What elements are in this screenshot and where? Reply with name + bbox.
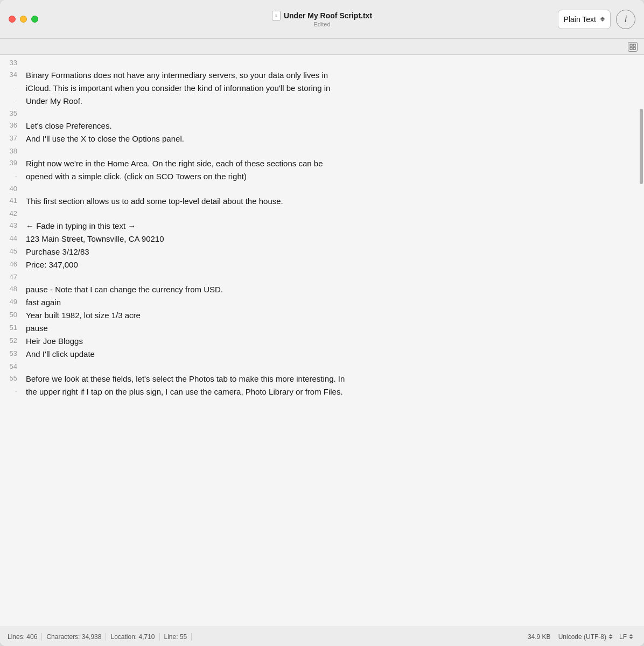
table-row: 38 — [0, 145, 639, 157]
line-number: 53 — [0, 348, 26, 361]
lines-container: 3334Binary Formations does not have any … — [0, 55, 639, 401]
table-row: 55Before we look at these fields, let's … — [0, 373, 639, 385]
table-row: -opened with a simple click. (click on S… — [0, 170, 639, 183]
le-chevron-up-icon — [629, 634, 633, 636]
toolbar-strip — [0, 39, 644, 55]
line-content: Before we look at these fields, let's se… — [26, 373, 639, 385]
line-number: 35 — [0, 108, 26, 120]
format-label: Plain Text — [564, 15, 596, 24]
line-number: 54 — [0, 361, 26, 373]
status-bar: Lines: 406 Characters: 34,938 Location: … — [0, 627, 644, 646]
line-ending-label: LF — [619, 633, 627, 641]
table-row: 40 — [0, 183, 639, 195]
table-row: 52Heir Joe Bloggs — [0, 335, 639, 348]
expand-svg — [629, 44, 636, 50]
line-number: 37 — [0, 132, 26, 145]
table-row: 36Let's close Preferences. — [0, 120, 639, 132]
line-content — [26, 361, 639, 373]
line-content: Let's close Preferences. — [26, 120, 639, 132]
table-row: 51pause — [0, 322, 639, 335]
line-content: This first section allows us to add some… — [26, 195, 639, 208]
table-row: 54 — [0, 361, 639, 373]
line-number: 40 — [0, 183, 26, 195]
location-stat: Location: 4,710 — [106, 633, 159, 641]
window-title-group: ≡ Under My Roof Script.txt — [272, 11, 372, 20]
format-selector[interactable]: Plain Text — [558, 10, 611, 29]
format-chevron — [600, 17, 605, 22]
titlebar-right: Plain Text i — [558, 10, 635, 29]
line-content: opened with a simple click. (click on SC… — [26, 170, 639, 183]
line-content — [26, 271, 639, 283]
line-content: iCloud. This is important when you consi… — [26, 82, 639, 95]
enc-chevron-down-icon — [608, 637, 613, 639]
svg-rect-2 — [630, 47, 632, 50]
table-row: 44123 Main Street, Townsville, CA 90210 — [0, 233, 639, 245]
content-area: 3334Binary Formations does not have any … — [0, 55, 644, 627]
file-size-stat: 34.9 KB — [528, 633, 555, 641]
line-number: 36 — [0, 120, 26, 132]
line-content: Right now we're in the Home Area. On the… — [26, 157, 639, 170]
line-number: 55 — [0, 373, 26, 385]
table-row: -the upper right if I tap on the plus si… — [0, 385, 639, 398]
line-number: 48 — [0, 283, 26, 296]
status-right: 34.9 KB Unicode (UTF-8) LF — [528, 633, 636, 641]
table-row: 47 — [0, 271, 639, 283]
line-number: 43 — [0, 220, 26, 233]
info-icon: i — [625, 15, 627, 24]
line-content: And I'll click update — [26, 348, 639, 361]
scrollbar[interactable] — [639, 55, 644, 627]
line-content: Heir Joe Bloggs — [26, 335, 639, 348]
encoding-selector[interactable]: Unicode (UTF-8) — [555, 633, 616, 641]
line-content — [26, 145, 639, 157]
le-chevron-down-icon — [629, 637, 633, 639]
scrollbar-thumb[interactable] — [640, 109, 643, 184]
line-content: Under My Roof. — [26, 95, 639, 108]
line-content — [26, 108, 639, 120]
table-row: 46Price: 347,000 — [0, 258, 639, 271]
line-number: - — [0, 385, 26, 398]
enc-chevron-up-icon — [608, 634, 613, 636]
svg-rect-3 — [633, 47, 635, 50]
le-chevron — [629, 634, 633, 639]
titlebar: ≡ Under My Roof Script.txt Edited Plain … — [0, 0, 644, 39]
table-row: 33 — [0, 57, 639, 69]
line-content: Year built 1982, lot size 1/3 acre — [26, 309, 639, 322]
line-content: the upper right if I tap on the plus sig… — [26, 385, 639, 398]
line-number: 38 — [0, 145, 26, 157]
expand-icon[interactable] — [628, 42, 638, 52]
table-row: 48pause - Note that I can change the cur… — [0, 283, 639, 296]
line-number: 46 — [0, 258, 26, 271]
line-number: 45 — [0, 245, 26, 258]
chevron-down-icon — [600, 19, 605, 22]
line-content: And I'll use the X to close the Options … — [26, 132, 639, 145]
table-row: 53And I'll click update — [0, 348, 639, 361]
traffic-lights — [9, 16, 38, 23]
line-number: - — [0, 82, 26, 95]
maximize-button[interactable] — [31, 16, 38, 23]
window-title: Under My Roof Script.txt — [284, 11, 372, 20]
table-row: 49fast again — [0, 296, 639, 309]
line-stat: Line: 55 — [160, 633, 192, 641]
table-row: 50Year built 1982, lot size 1/3 acre — [0, 309, 639, 322]
text-editor[interactable]: 3334Binary Formations does not have any … — [0, 55, 639, 627]
table-row: 37And I'll use the X to close the Option… — [0, 132, 639, 145]
table-row: 41This first section allows us to add so… — [0, 195, 639, 208]
line-content — [26, 208, 639, 220]
line-number: 50 — [0, 309, 26, 322]
line-number: 42 — [0, 208, 26, 220]
line-number: 47 — [0, 271, 26, 283]
table-row: 34Binary Formations does not have any in… — [0, 69, 639, 82]
minimize-button[interactable] — [20, 16, 27, 23]
app-window: ≡ Under My Roof Script.txt Edited Plain … — [0, 0, 644, 646]
info-button[interactable]: i — [616, 10, 635, 29]
chevron-up-icon — [600, 17, 605, 19]
line-number: 51 — [0, 322, 26, 335]
line-number: 33 — [0, 57, 26, 69]
line-content: pause - Note that I can change the curre… — [26, 283, 639, 296]
line-ending-selector[interactable]: LF — [616, 633, 636, 641]
chars-stat: Characters: 34,938 — [42, 633, 106, 641]
line-number: 44 — [0, 233, 26, 245]
file-icon: ≡ — [272, 11, 281, 20]
close-button[interactable] — [9, 16, 16, 23]
table-row: -Under My Roof. — [0, 95, 639, 108]
